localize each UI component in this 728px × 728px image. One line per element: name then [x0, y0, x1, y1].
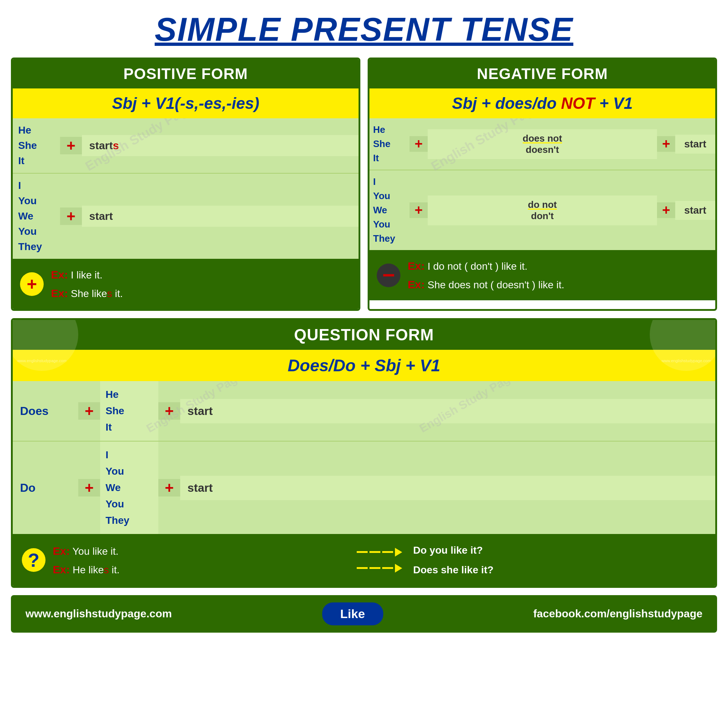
neg-aux-cell: do not don't [428, 196, 657, 225]
positive-section: POSITIVE FORM Sbj + V1(-s,-es,-ies) Engl… [11, 58, 360, 311]
q-plus-cell: + [78, 479, 100, 497]
question-row: Does + HeSheIt + start [13, 381, 715, 442]
negative-example-bar: − Ex: I do not ( don't ) like it. Ex: Sh… [369, 250, 715, 300]
question-formula: Does/Do + Sbj + V1 [13, 350, 715, 381]
q-plus-cell: + [78, 402, 100, 420]
q-subject-cell: IYouWeYouThey [100, 442, 158, 534]
q-plus2-cell: + [158, 479, 180, 497]
q-arrows [346, 548, 413, 573]
neg-subject-cell: HeSheIt [369, 118, 410, 170]
negative-section: NEGATIVE FORM Sbj + does/do NOT + V1 Eng… [368, 58, 717, 311]
question-row: Do + IYouWeYouThey + start [13, 442, 715, 534]
positive-table: English Study Page HeSheIt + starts IYou… [13, 118, 359, 259]
verb-cell: starts [82, 135, 359, 156]
q-plus2-cell: + [158, 402, 180, 420]
question-header: QUESTION FORM [294, 326, 434, 344]
negative-formula: Sbj + does/do NOT + V1 [369, 89, 715, 118]
plus-cell: + [60, 137, 82, 154]
top-row: POSITIVE FORM Sbj + V1(-s,-es,-ies) Engl… [11, 58, 717, 311]
footer: www.englishstudypage.com Like facebook.c… [11, 595, 717, 633]
minus-badge: − [377, 263, 401, 287]
neg-aux-cell: does not doesn't [428, 129, 657, 159]
table-row: HeSheIt + starts [13, 118, 359, 174]
like-button[interactable]: Like [322, 603, 383, 626]
main-container: SIMPLE PRESENT TENSE POSITIVE FORM Sbj +… [0, 0, 728, 728]
positive-formula: Sbj + V1(-s,-es,-ies) [13, 89, 359, 118]
q-aux-cell: Do [13, 474, 78, 502]
q-aux-cell: Does [13, 397, 78, 425]
negative-header: NEGATIVE FORM [369, 59, 715, 89]
question-table: English Study Page English Study Page Do… [13, 381, 715, 534]
table-row: IYouWeYouThey + do not don't + start [369, 170, 715, 250]
q-subject-cell: HeSheIt [100, 381, 158, 441]
q-verb-cell: start [180, 399, 715, 423]
page-title: SIMPLE PRESENT TENSE [11, 11, 717, 48]
table-row: IYouWeYouThey + start [13, 174, 359, 259]
table-row: HeSheIt + does not doesn't + start [369, 118, 715, 170]
neg-plus2-cell: + [657, 202, 675, 218]
positive-header: POSITIVE FORM [13, 59, 359, 89]
footer-left: www.englishstudypage.com [26, 607, 172, 620]
neg-subject-cell: IYouWeYouThey [369, 170, 410, 250]
negative-table: English Study Page HeSheIt + does not do… [369, 118, 715, 250]
footer-right: facebook.com/englishstudypage [533, 607, 702, 620]
neg-plus-cell: + [410, 136, 428, 152]
example-text: Ex: I like it. Ex: She likes it. [51, 265, 123, 303]
question-badge: ? [22, 548, 46, 572]
q-example-content: Ex: You like it. Ex: He likes it. [53, 541, 706, 579]
q-verb-cell: start [180, 476, 715, 500]
neg-example-text: Ex: I do not ( don't ) like it. Ex: She … [408, 257, 564, 294]
neg-plus2-cell: + [657, 136, 675, 152]
neg-verb-cell: start [675, 135, 715, 154]
question-section: www.englishstudypage.com www.englishstud… [11, 318, 717, 588]
subject-cell: IYouWeYouThey [13, 174, 60, 259]
neg-plus-cell: + [410, 202, 428, 218]
q-ex-left: Ex: You like it. Ex: He likes it. [53, 541, 346, 579]
plus-cell: + [60, 208, 82, 225]
plus-badge: + [20, 272, 44, 296]
q-ex-right: Do you like it? Does she like it? [413, 541, 706, 579]
positive-example-bar: + Ex: I like it. Ex: She likes it. [13, 259, 359, 309]
verb-cell: start [82, 206, 359, 227]
subject-cell: HeSheIt [13, 118, 60, 173]
question-header-area: www.englishstudypage.com www.englishstud… [13, 320, 715, 350]
neg-verb-cell: start [675, 201, 715, 220]
question-example-bar: ? Ex: You like it. Ex: He likes it. [13, 534, 715, 586]
